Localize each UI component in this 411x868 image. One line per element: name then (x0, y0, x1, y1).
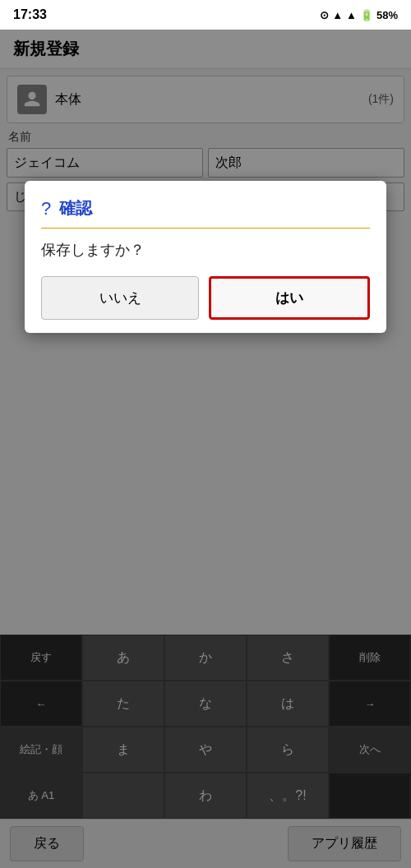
dialog-no-button[interactable]: いいえ (41, 276, 199, 320)
dialog-title: 確認 (59, 197, 92, 219)
alarm-icon: ⊙ (320, 9, 329, 21)
dialog-buttons: いいえ はい (41, 276, 370, 320)
confirm-dialog: ? 確認 保存しますか？ いいえ はい (25, 181, 386, 333)
battery-percent: 58% (376, 9, 398, 21)
dialog-overlay (0, 30, 411, 868)
dialog-yes-button[interactable]: はい (209, 276, 370, 320)
dialog-question-icon: ? (41, 198, 51, 219)
battery-icon: 🔋 (360, 9, 373, 21)
dialog-title-row: ? 確認 (41, 197, 370, 229)
signal-icon: ▲ (346, 9, 357, 21)
status-bar: 17:33 ⊙ ▲ ▲ 🔋 58% (0, 0, 411, 30)
status-time: 17:33 (13, 7, 47, 22)
dialog-message: 保存しますか？ (41, 240, 370, 260)
wifi-icon: ▲ (332, 9, 343, 21)
status-icons: ⊙ ▲ ▲ 🔋 58% (320, 9, 398, 21)
